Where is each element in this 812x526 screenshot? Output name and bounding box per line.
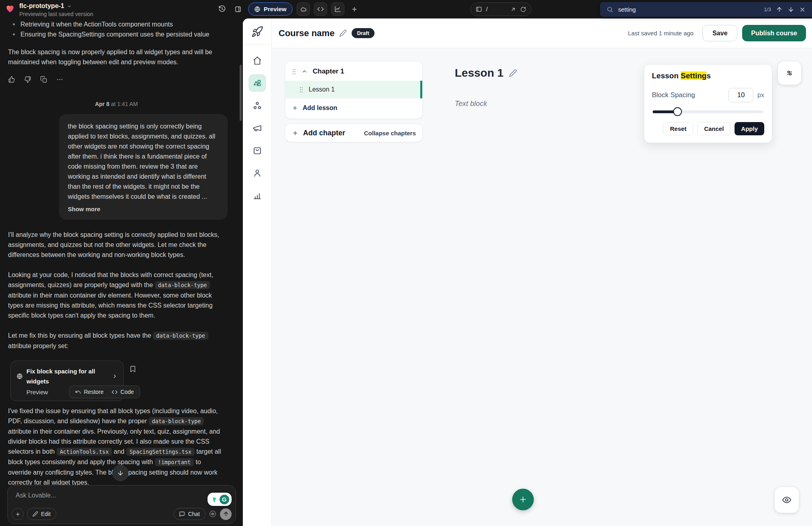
close-icon xyxy=(799,6,806,13)
grammarly-widget[interactable]: G xyxy=(208,493,232,506)
version-card-title: Fix block spacing for all widgets xyxy=(26,366,108,386)
home-icon xyxy=(252,56,262,65)
add-lesson-button[interactable]: Add lesson xyxy=(285,98,422,117)
apply-button[interactable]: Apply xyxy=(735,122,764,135)
eye-icon xyxy=(782,495,792,505)
chat-mode-button[interactable]: Chat xyxy=(173,508,206,520)
find-previous-button[interactable] xyxy=(776,6,783,13)
chat-input-panel[interactable]: Ask Lovable... Edit Chat xyxy=(7,485,236,524)
code-button[interactable]: Code xyxy=(112,389,134,395)
globe-icon xyxy=(254,6,260,12)
sidebar-item-analytics[interactable] xyxy=(248,187,266,204)
sidebar-item-community[interactable] xyxy=(248,97,266,114)
cancel-button[interactable]: Cancel xyxy=(697,122,731,135)
grammarly-icon: G xyxy=(220,495,229,504)
find-input[interactable] xyxy=(618,6,759,13)
save-button[interactable]: Save xyxy=(702,25,737,41)
bar-chart-icon xyxy=(252,191,262,200)
suggestion-bulb-icon xyxy=(210,495,218,504)
reset-button[interactable]: Reset xyxy=(663,122,693,135)
list-item: Retrieving it when the ActionTools compo… xyxy=(8,19,225,29)
unit-label: px xyxy=(757,92,764,99)
attach-button[interactable] xyxy=(12,508,24,520)
publish-course-button[interactable]: Publish course xyxy=(742,25,806,41)
chevron-down-icon xyxy=(67,4,72,9)
edit-lesson-title-button[interactable] xyxy=(509,69,517,77)
block-spacing-input[interactable] xyxy=(729,88,753,102)
url-bar[interactable]: / xyxy=(470,2,531,16)
find-count: 1/3 xyxy=(764,6,771,12)
slider-thumb[interactable] xyxy=(673,107,682,116)
add-tab-button[interactable] xyxy=(348,3,360,15)
thumbs-down-icon[interactable] xyxy=(24,76,31,83)
analytics-button[interactable] xyxy=(331,2,344,16)
assistant-paragraph: I'll analyze why the block spacing setti… xyxy=(8,230,225,260)
find-next-button[interactable] xyxy=(788,6,794,13)
chat-scroll-area[interactable]: Retrieving it when the ActionTools compo… xyxy=(0,18,243,526)
copy-icon[interactable] xyxy=(40,76,47,83)
code-icon xyxy=(112,389,118,395)
cloud-button[interactable] xyxy=(297,2,310,16)
sidebar-item-courses[interactable] xyxy=(248,74,266,92)
voice-input-icon[interactable] xyxy=(209,510,217,518)
show-more-button[interactable]: Show more xyxy=(68,206,100,212)
drag-handle-icon[interactable] xyxy=(292,68,296,75)
chat-scrollbar[interactable] xyxy=(240,65,242,121)
add-block-button[interactable] xyxy=(512,489,534,510)
text-block-placeholder[interactable]: Text block xyxy=(455,100,487,108)
lovable-logo-icon xyxy=(5,3,15,14)
status-badge: Draft xyxy=(352,28,374,38)
collapse-chapters-button[interactable]: Collapse chapters xyxy=(364,130,416,137)
app-sidebar xyxy=(243,18,272,526)
restore-button[interactable]: Restore xyxy=(75,389,104,395)
sliders-icon xyxy=(785,69,794,77)
refresh-icon[interactable] xyxy=(520,6,526,12)
lesson-list-item[interactable]: Lesson 1 xyxy=(285,81,422,98)
chat-bubble-icon xyxy=(179,511,185,517)
thumbs-up-icon[interactable] xyxy=(8,76,15,83)
user-message-bubble: the block spacing setting is only correc… xyxy=(59,114,228,220)
chat-input[interactable]: Ask Lovable... xyxy=(16,492,56,499)
history-icon[interactable] xyxy=(216,3,228,15)
divider xyxy=(243,44,272,45)
course-header: Course name Draft Last saved 1 minute ag… xyxy=(272,18,812,48)
user-message-text: the block spacing setting is only correc… xyxy=(68,121,219,202)
assistant-paragraph: Let me fix this by ensuring all block ty… xyxy=(8,330,225,351)
bookmark-icon[interactable] xyxy=(129,365,136,373)
message-actions xyxy=(8,76,225,83)
code-button[interactable] xyxy=(314,2,327,16)
sidebar-item-home[interactable] xyxy=(248,52,266,69)
selected-indicator xyxy=(420,81,422,98)
plus-icon xyxy=(351,6,358,13)
find-close-button[interactable] xyxy=(799,6,806,13)
project-subtitle: Previewing last saved version xyxy=(19,11,93,17)
send-button[interactable] xyxy=(220,508,232,520)
arrow-up-icon xyxy=(223,511,229,517)
edit-course-name-button[interactable] xyxy=(339,29,347,37)
panel-right-icon[interactable] xyxy=(232,3,244,15)
url-path[interactable]: / xyxy=(486,6,506,12)
sidebar-item-announcements[interactable] xyxy=(248,119,266,137)
more-icon[interactable] xyxy=(56,76,63,83)
chapter-header[interactable]: Chapter 1 xyxy=(285,61,422,81)
arrow-down-icon xyxy=(788,6,794,13)
sidebar-item-profile[interactable] xyxy=(248,164,266,182)
preview-toggle-button[interactable] xyxy=(775,487,799,513)
settings-toggle-button[interactable] xyxy=(778,61,801,85)
globe-icon xyxy=(16,373,23,379)
collapse-chapter-icon[interactable] xyxy=(301,69,307,75)
open-external-icon[interactable] xyxy=(510,6,516,12)
chapter-card: Chapter 1 Lesson 1 Add lesson xyxy=(285,61,423,119)
sidebar-item-store[interactable] xyxy=(248,142,266,159)
block-spacing-slider[interactable] xyxy=(652,107,764,116)
scroll-to-bottom-button[interactable] xyxy=(112,465,128,481)
rocket-icon xyxy=(251,26,263,38)
add-chapter-button[interactable]: Add chapter xyxy=(303,129,360,137)
drag-handle-icon[interactable] xyxy=(299,86,303,93)
block-spacing-label: Block Spacing xyxy=(652,91,729,99)
analytics-icon xyxy=(334,6,341,12)
edit-mode-button[interactable]: Edit xyxy=(27,508,56,520)
preview-button[interactable]: Preview xyxy=(248,2,293,16)
lesson-settings-panel: Lesson Settings Block Spacing px Reset C… xyxy=(644,64,772,143)
project-header[interactable]: flc-prototype-1 Previewing last saved ve… xyxy=(5,2,93,17)
